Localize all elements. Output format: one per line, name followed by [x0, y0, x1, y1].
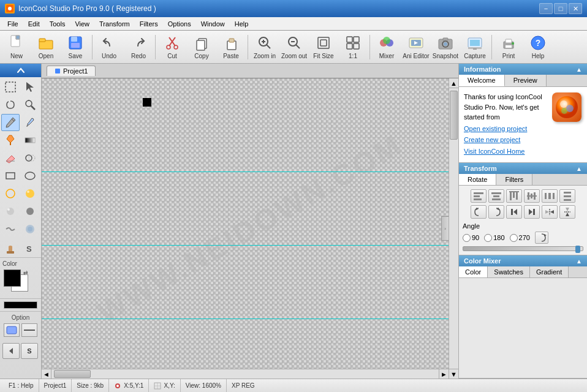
tab-preview[interactable]: Preview: [505, 75, 547, 86]
tool-eraser[interactable]: [1, 149, 20, 167]
scroll-up-button[interactable]: ▲: [449, 78, 458, 88]
tool-circle[interactable]: [1, 185, 20, 202]
tool-option-2[interactable]: [21, 323, 37, 337]
scroll-thumb-horizontal[interactable]: [54, 370, 91, 378]
minimize-button[interactable]: −: [539, 3, 553, 14]
color-mixer-panel-header[interactable]: Color Mixer ▲: [459, 255, 587, 266]
menu-transform[interactable]: Transform: [94, 19, 135, 29]
information-panel-header[interactable]: Information ▲: [459, 64, 587, 75]
maximize-button[interactable]: □: [554, 3, 567, 14]
toolbar-copy-button[interactable]: Copy: [187, 32, 216, 62]
tab-rotate[interactable]: Rotate: [459, 174, 496, 185]
menu-help[interactable]: Help: [230, 19, 254, 29]
rotate-ccw-btn[interactable]: [471, 205, 487, 219]
scroll-down-button[interactable]: ▼: [449, 369, 458, 379]
scroll-thumb-vertical[interactable]: [450, 91, 458, 140]
angle-rotate-apply-btn[interactable]: [535, 232, 548, 244]
transform-panel-collapse[interactable]: ▲: [576, 165, 582, 172]
toolbar-capture-button[interactable]: Capture: [461, 32, 489, 62]
tool-darken[interactable]: [21, 203, 39, 220]
toolbar-cut-button[interactable]: Cut: [158, 32, 186, 62]
tool-fill[interactable]: [1, 132, 20, 149]
angle-90-radio[interactable]: 90: [463, 234, 479, 242]
tab-welcome[interactable]: Welcome: [459, 75, 505, 86]
canvas-grid[interactable]: WWW.NEIDOWN.COM: [42, 78, 458, 379]
tool-wand[interactable]: [21, 96, 39, 113]
tool-select-rect[interactable]: [1, 78, 20, 96]
menu-options[interactable]: Options: [163, 19, 196, 29]
menu-file[interactable]: File: [2, 19, 23, 29]
link-open-project[interactable]: Open existing project: [464, 124, 547, 134]
color-mixer-panel-collapse[interactable]: ▲: [576, 258, 582, 265]
tab-filters[interactable]: Filters: [496, 174, 532, 185]
scroll-left-button[interactable]: ◄: [42, 369, 51, 379]
toolbar-print-button[interactable]: Print: [494, 32, 523, 62]
tool-lasso[interactable]: [1, 96, 20, 113]
toolbar-save-button[interactable]: Save: [61, 32, 89, 62]
toolbar-open-button[interactable]: Open: [32, 32, 60, 62]
toolbar-paste-button[interactable]: Paste: [217, 32, 245, 62]
tool-pencil[interactable]: [1, 114, 20, 131]
toolbar-1to1-button[interactable]: 1:1: [339, 32, 367, 62]
transform-panel-header[interactable]: Transform ▲: [459, 163, 587, 174]
scrollbar-horizontal[interactable]: ◄ ►: [42, 369, 449, 379]
angle-slider-thumb[interactable]: [575, 246, 580, 253]
align-hspace-btn[interactable]: [542, 189, 558, 203]
align-center-v-btn[interactable]: [488, 189, 504, 203]
align-middle-btn[interactable]: [524, 189, 540, 203]
scroll-right-button[interactable]: ►: [439, 369, 449, 379]
canvas-scroll-area[interactable]: WWW.NEIDOWN.COM ▲ ▼ ◄ ►: [42, 78, 458, 379]
scrollbar-vertical[interactable]: ▲ ▼: [449, 78, 458, 379]
rotate-cw-btn[interactable]: [488, 205, 504, 219]
swap-colors-button[interactable]: ⇄: [23, 270, 28, 276]
align-top-btn[interactable]: [506, 189, 522, 203]
menu-filters[interactable]: Filters: [135, 19, 163, 29]
move-left-btn[interactable]: [506, 205, 522, 219]
toolbar-zoomin-button[interactable]: Zoom in: [251, 32, 279, 62]
tool-sphere[interactable]: [21, 185, 39, 202]
toolbar-help-button[interactable]: ? Help: [524, 32, 552, 62]
foreground-color-swatch[interactable]: [4, 270, 21, 287]
toolbar-mixer-button[interactable]: Mixer: [373, 32, 401, 62]
angle-180-radio[interactable]: 180: [484, 234, 504, 242]
toolbar-redo-button[interactable]: Redo: [124, 32, 153, 62]
angle-slider[interactable]: [463, 246, 583, 251]
align-left-btn[interactable]: [471, 189, 487, 203]
tab-color[interactable]: Color: [459, 266, 488, 277]
toolbar-zoomout-button[interactable]: Zoom out: [280, 32, 308, 62]
tab-gradient[interactable]: Gradient: [530, 266, 569, 277]
toolbar-snapshot-button[interactable]: Snapshot: [431, 32, 460, 62]
angle-270-radio[interactable]: 270: [510, 234, 530, 242]
tool-clone[interactable]: [21, 149, 39, 167]
link-create-project[interactable]: Create new project: [464, 135, 547, 145]
nav-prev[interactable]: [2, 343, 20, 359]
menu-window[interactable]: Window: [196, 19, 230, 29]
tool-stamp[interactable]: [1, 240, 20, 257]
tool-select-arrow[interactable]: [21, 78, 39, 96]
tool-lighten[interactable]: [1, 203, 20, 220]
menu-view[interactable]: View: [70, 19, 94, 29]
nav-text[interactable]: S: [21, 343, 38, 359]
tool-ellipse[interactable]: [21, 167, 39, 184]
close-button[interactable]: ✕: [569, 3, 582, 14]
tool-blur[interactable]: [21, 221, 39, 238]
align-vspace-btn[interactable]: [559, 189, 575, 203]
tool-text[interactable]: S: [21, 240, 39, 257]
flip-h-btn[interactable]: [542, 205, 558, 219]
toolbar-new-button[interactable]: New: [2, 32, 31, 62]
menu-edit[interactable]: Edit: [23, 19, 45, 29]
tool-collapse-arrow[interactable]: [0, 64, 41, 77]
tab-swatches[interactable]: Swatches: [488, 266, 530, 277]
link-visit-home[interactable]: Visit IconCool Home: [464, 146, 547, 157]
flip-v-btn[interactable]: [559, 205, 575, 219]
move-right-btn[interactable]: [524, 205, 540, 219]
information-panel-collapse[interactable]: ▲: [576, 66, 582, 73]
menu-tools[interactable]: Tools: [45, 19, 70, 29]
panel-expand-button[interactable]: ›: [441, 216, 449, 241]
canvas-tab-project1[interactable]: Project1: [47, 66, 96, 76]
tool-rect[interactable]: [1, 167, 20, 184]
toolbar-undo-button[interactable]: Undo: [95, 32, 123, 62]
toolbar-anieditor-button[interactable]: Ani Editor: [402, 32, 430, 62]
tool-gradient[interactable]: [21, 132, 39, 149]
tool-eyedropper[interactable]: [21, 114, 39, 131]
